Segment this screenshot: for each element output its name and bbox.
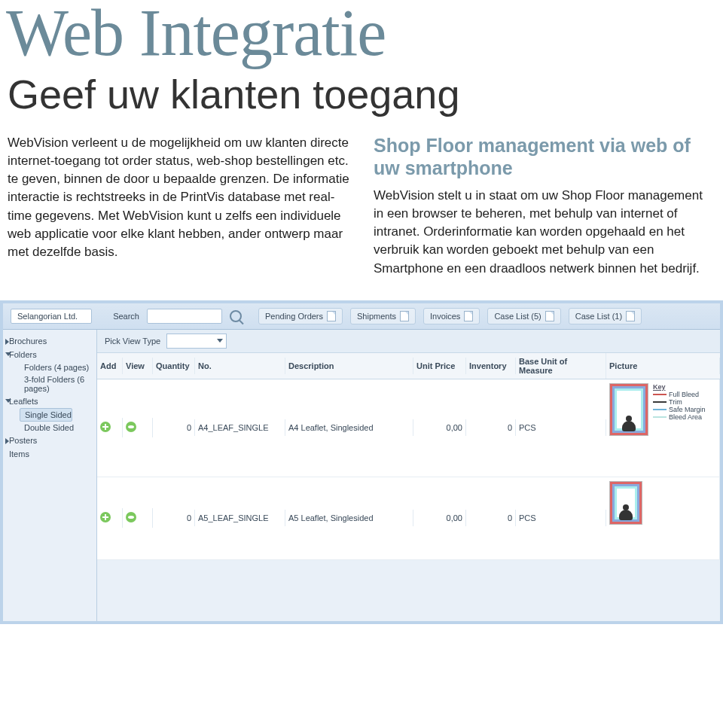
col-no: No.: [195, 358, 285, 374]
add-icon[interactable]: [100, 422, 111, 432]
sidebar-item-single-sided[interactable]: Single Sided: [20, 408, 72, 422]
cell-picture: [606, 477, 720, 559]
col-desc: Description: [285, 358, 413, 374]
col-price: Unit Price: [413, 358, 466, 374]
chevron-down-icon: [217, 339, 223, 343]
app-topbar: Selangorian Ltd. Search Pending Orders S…: [3, 303, 720, 330]
template-thumbnail: [609, 481, 642, 525]
cell-no: A4_LEAF_SINGLE: [195, 419, 285, 436]
col-inv: Inventory: [466, 358, 516, 374]
left-paragraph: WebVision verleent u de mogelijkheid om …: [8, 134, 349, 278]
col-add: Add: [97, 358, 123, 374]
key-label: Full Bleed: [669, 391, 699, 398]
key-swatch: [653, 394, 667, 395]
cell-inv: 0: [466, 510, 516, 526]
grid-header: Add View Quantity No. Description Unit P…: [97, 353, 720, 379]
cell-price: 0,00: [413, 510, 466, 526]
key-title: Key: [653, 383, 716, 391]
key-label: Safe Margin: [669, 406, 706, 413]
key-swatch: [653, 409, 667, 410]
search-input[interactable]: [147, 309, 222, 324]
tab-case-list-1[interactable]: Case List (1): [569, 308, 642, 324]
search-label: Search: [113, 312, 139, 321]
tab-label: Case List (1): [575, 312, 622, 321]
table-row: 0 A5_LEAF_SINGLE A5 Leaflet, Singlesided…: [97, 477, 720, 560]
cell-inv: 0: [466, 419, 516, 436]
person-icon: [619, 504, 633, 521]
sidebar-item-folders[interactable]: Folders: [6, 348, 93, 361]
doc-icon: [545, 311, 554, 321]
key-swatch: [653, 401, 667, 403]
sidebar-label: Leaflets: [9, 397, 38, 406]
tab-invoices[interactable]: Invoices: [423, 308, 480, 324]
chevron-down-icon: [5, 352, 11, 356]
tab-label: Shipments: [357, 312, 396, 321]
sidebar-label: Posters: [9, 436, 37, 445]
tab-case-list-5[interactable]: Case List (5): [487, 308, 560, 324]
cell-price: 0,00: [413, 419, 466, 436]
cell-qty: 0: [153, 419, 195, 436]
chevron-right-icon: [5, 339, 9, 345]
col-pic: Picture: [606, 358, 720, 374]
main-panel: Pick View Type Add View Quantity No. Des…: [97, 330, 720, 623]
cell-qty: 0: [153, 510, 195, 526]
key-label: Bleed Area: [669, 413, 702, 421]
doc-icon: [400, 311, 409, 321]
key-label: Trim: [669, 398, 682, 406]
template-thumbnail: [609, 383, 648, 436]
sidebar-item-brochures[interactable]: Brochures: [6, 334, 93, 348]
cell-desc: A5 Leaflet, Singlesided: [285, 510, 413, 526]
legend-key: Key Full Bleed Trim Safe Margin Bleed Ar…: [653, 383, 716, 421]
table-row: 0 A4_LEAF_SINGLE A4 Leaflet, Singlesided…: [97, 379, 720, 477]
view-icon[interactable]: [126, 512, 136, 522]
add-icon[interactable]: [100, 512, 111, 522]
sidebar: Brochures Folders Folders (4 pages) 3-fo…: [3, 330, 97, 623]
search-icon[interactable]: [230, 310, 242, 322]
sidebar-label: Brochures: [9, 337, 47, 346]
chevron-down-icon: [5, 399, 11, 403]
doc-icon: [327, 311, 336, 321]
sidebar-item-folders-4pages[interactable]: Folders (4 pages): [6, 361, 93, 373]
page-subtitle: Geef uw klanten toegang: [0, 66, 723, 134]
sidebar-item-leaflets[interactable]: Leaflets: [6, 394, 93, 408]
tab-shipments[interactable]: Shipments: [350, 308, 416, 324]
cell-uom: PCS: [516, 419, 606, 436]
sidebar-label: Folders: [9, 350, 37, 359]
company-selector[interactable]: Selangorian Ltd.: [11, 309, 92, 324]
view-type-dropdown[interactable]: [166, 334, 227, 349]
app-screenshot: Selangorian Ltd. Search Pending Orders S…: [0, 300, 723, 624]
person-icon: [622, 416, 636, 432]
tab-label: Pending Orders: [265, 312, 323, 321]
page-title: Web Integratie: [0, 0, 723, 66]
sidebar-item-double-sided[interactable]: Double Sided: [6, 422, 93, 434]
cell-uom: PCS: [516, 510, 606, 526]
doc-icon: [626, 311, 635, 321]
key-swatch: [653, 416, 667, 418]
sidebar-item-posters[interactable]: Posters: [6, 434, 93, 447]
tab-label: Invoices: [430, 312, 460, 321]
chevron-right-icon: [5, 438, 9, 444]
cell-desc: A4 Leaflet, Singlesided: [285, 419, 413, 436]
cell-no: A5_LEAF_SINGLE: [195, 510, 285, 526]
sidebar-item-items[interactable]: Items: [6, 447, 93, 461]
col-qty: Quantity: [153, 358, 195, 374]
tab-label: Case List (5): [494, 312, 541, 321]
col-uom: Base Unit of Measure: [516, 353, 606, 379]
col-view: View: [123, 358, 153, 374]
cell-picture: Key Full Bleed Trim Safe Margin Bleed Ar…: [606, 379, 720, 477]
view-icon[interactable]: [126, 422, 136, 432]
right-heading: Shop Floor management via web of uw smar…: [374, 134, 715, 179]
right-paragraph: WebVision stelt u in staat om uw Shop Fl…: [374, 187, 715, 278]
tab-pending-orders[interactable]: Pending Orders: [258, 308, 343, 324]
filter-label: Pick View Type: [105, 337, 160, 346]
sidebar-item-3fold-folders[interactable]: 3-fold Folders (6 pages): [6, 373, 93, 394]
doc-icon: [464, 311, 473, 321]
